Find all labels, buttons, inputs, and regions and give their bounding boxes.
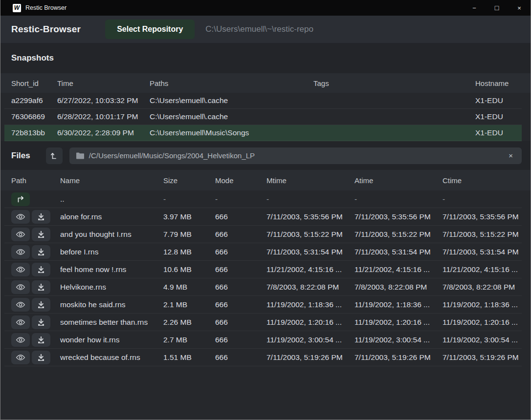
column-ctime[interactable]: Ctime (436, 176, 522, 185)
eye-icon (16, 213, 25, 221)
column-name[interactable]: Name (53, 176, 156, 185)
file-row-actions (4, 245, 53, 259)
close-button[interactable]: × (508, 0, 531, 16)
file-mode: 666 (208, 318, 260, 327)
snapshot-time: 6/30/2022, 2:28:09 PM (50, 128, 143, 137)
file-ctime: 11/19/2002, 1:20:16 ... (436, 318, 522, 327)
snapshot-row[interactable]: a2299af6 6/27/2022, 10:03:32 PM C:\Users… (4, 93, 522, 109)
download-file-button[interactable] (32, 351, 50, 364)
download-file-button[interactable] (32, 210, 50, 224)
file-size: 2.26 MB (156, 318, 208, 327)
column-paths[interactable]: Paths (143, 79, 307, 87)
file-row[interactable]: sometimes better than.rns 2.26 MB 666 11… (4, 314, 522, 331)
file-row[interactable]: wrecked because of.rns 1.51 MB 666 7/11/… (4, 349, 522, 366)
column-size[interactable]: Size (156, 176, 208, 185)
clear-path-button[interactable]: × (507, 150, 515, 161)
download-file-button[interactable] (32, 245, 50, 259)
file-row[interactable]: and you thought I.rns 7.79 MB 666 7/11/2… (4, 226, 522, 243)
file-ctime: 11/19/2002, 3:00:54 ... (436, 336, 522, 344)
files-table-header: Path Name Size Mode Mtime Atime Ctime (0, 170, 531, 190)
file-atime: 7/11/2003, 5:15:22 PM (348, 230, 436, 239)
file-row[interactable]: feel home now !.rns 10.6 MB 666 11/21/20… (4, 261, 522, 278)
column-time[interactable]: Time (50, 79, 143, 87)
empty-area (0, 366, 531, 420)
file-row[interactable]: wonder how it.rns 2.7 MB 666 11/19/2002,… (4, 331, 522, 349)
preview-file-button[interactable] (11, 315, 30, 329)
file-row[interactable]: Helvikone.rns 4.9 MB 666 7/8/2003, 8:22:… (4, 278, 522, 296)
column-mode[interactable]: Mode (208, 176, 260, 185)
files-title: Files (11, 151, 30, 161)
file-ctime: 7/11/2003, 5:19:26 PM (436, 353, 522, 362)
file-ctime: 7/11/2003, 5:15:22 PM (436, 230, 522, 239)
column-atime[interactable]: Atime (348, 176, 436, 185)
download-file-button[interactable] (32, 228, 50, 241)
eye-icon (16, 266, 25, 273)
parent-name: .. (53, 195, 156, 204)
file-mtime: 7/11/2003, 5:19:26 PM (260, 353, 348, 362)
eye-icon (16, 318, 25, 326)
download-file-button[interactable] (32, 280, 50, 294)
column-tags[interactable]: Tags (307, 79, 468, 87)
current-path: /C/Users/emuell/Music/Songs/2004_Helveti… (89, 151, 255, 160)
file-mode: 666 (208, 265, 260, 274)
column-short-id[interactable]: Short_id (4, 79, 50, 87)
preview-file-button[interactable] (11, 333, 30, 347)
file-row[interactable]: moskito he said.rns 2.1 MB 666 11/19/200… (4, 296, 522, 314)
snapshots-table-header: Short_id Time Paths Tags Hostname (0, 73, 531, 93)
file-size: 4.9 MB (156, 283, 208, 292)
download-icon (37, 213, 45, 221)
snapshot-row[interactable]: 76306869 6/28/2022, 10:01:17 PM C:\Users… (4, 109, 522, 125)
preview-file-button[interactable] (11, 280, 30, 294)
download-file-button[interactable] (32, 333, 50, 347)
preview-file-button[interactable] (11, 210, 30, 224)
titlebar: W Restic Browser − □ × (0, 0, 531, 16)
snapshot-time: 6/28/2022, 10:01:17 PM (50, 112, 143, 121)
select-repository-button[interactable]: Select Repository (105, 20, 195, 39)
file-row-actions (4, 315, 53, 329)
file-row[interactable]: alone for.rns 3.97 MB 666 7/11/2003, 5:3… (4, 208, 522, 226)
file-size: 12.8 MB (156, 248, 208, 256)
restic-browser-window: W Restic Browser − □ × Restic-Browser Se… (0, 0, 531, 420)
file-row-actions (4, 351, 53, 364)
window-controls: − □ × (463, 0, 531, 16)
file-atime: 7/11/2003, 5:31:54 PM (348, 248, 436, 256)
file-mode: 666 (208, 353, 260, 362)
preview-file-button[interactable] (11, 245, 30, 259)
column-hostname[interactable]: Hostname (468, 79, 522, 87)
preview-file-button[interactable] (11, 351, 30, 364)
column-mtime[interactable]: Mtime (260, 176, 348, 185)
file-name: before I.rns (53, 248, 156, 256)
file-atime: 7/8/2003, 8:22:08 PM (348, 283, 436, 292)
snapshot-row[interactable]: 72b813bb 6/30/2022, 2:28:09 PM C:\Users\… (4, 125, 522, 141)
snapshot-paths: C:\Users\emuell\Music\Songs (143, 128, 307, 137)
go-up-directory-button[interactable] (11, 192, 30, 206)
up-directory-button[interactable] (46, 147, 63, 164)
preview-file-button[interactable] (11, 228, 30, 241)
preview-file-button[interactable] (11, 263, 30, 276)
maximize-button[interactable]: □ (486, 0, 508, 16)
eye-icon (16, 301, 25, 309)
download-file-button[interactable] (32, 263, 50, 276)
eye-icon (16, 231, 25, 238)
parent-directory-row[interactable]: .. - - - - - (4, 190, 522, 208)
snapshot-hostname: X1-EDU (468, 96, 522, 105)
file-mtime: 7/11/2003, 5:31:54 PM (260, 248, 348, 256)
download-file-button[interactable] (32, 298, 50, 312)
file-atime: 11/19/2002, 1:20:16 ... (348, 318, 436, 327)
path-breadcrumb[interactable]: /C/Users/emuell/Music/Songs/2004_Helveti… (69, 147, 522, 164)
app-header: Restic-Browser Select Repository C:\User… (0, 16, 531, 43)
parent-mode: - (208, 195, 260, 204)
file-row[interactable]: before I.rns 12.8 MB 666 7/11/2003, 5:31… (4, 243, 522, 261)
minimize-button[interactable]: − (463, 0, 486, 16)
file-name: Helvikone.rns (53, 283, 156, 292)
file-mtime: 11/19/2002, 3:00:54 ... (260, 336, 348, 344)
column-path[interactable]: Path (4, 176, 53, 185)
file-name: feel home now !.rns (53, 265, 156, 274)
file-mtime: 11/19/2002, 1:18:36 ... (260, 300, 348, 309)
repository-path[interactable]: C:\Users\emuell\~\restic-repo (205, 24, 313, 34)
file-atime: 11/19/2002, 1:18:36 ... (348, 300, 436, 309)
download-file-button[interactable] (32, 315, 50, 329)
file-ctime: 7/11/2003, 5:31:54 PM (436, 248, 522, 256)
preview-file-button[interactable] (11, 298, 30, 312)
file-row-actions (4, 210, 53, 224)
